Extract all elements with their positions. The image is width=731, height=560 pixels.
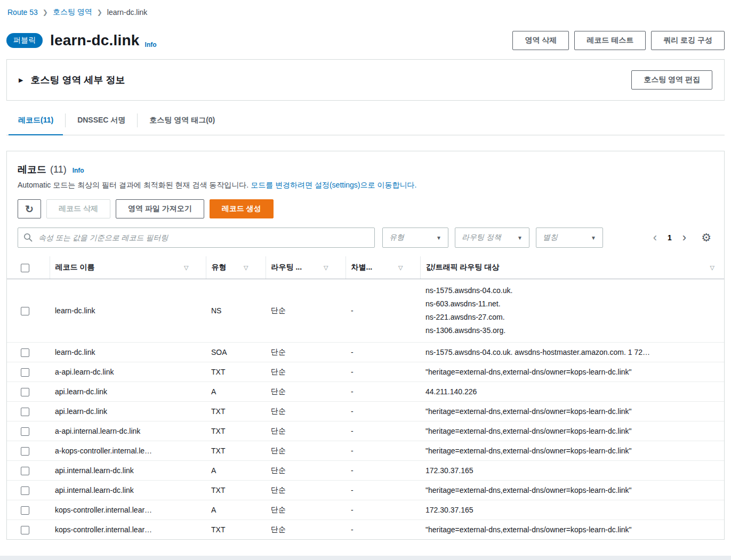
sort-icon: ▽ (324, 264, 328, 271)
hosted-zone-details-panel: ▶ 호스팅 영역 세부 정보 호스팅 영역 편집 (6, 59, 725, 101)
table-row: kops-controller.internal.lear… A 단순 - 17… (7, 500, 724, 520)
row-checkbox[interactable] (21, 427, 29, 436)
records-description-text: Automatic 모드는 최상의 필터 결과에 최적화된 현재 검색 동작입니… (18, 181, 248, 189)
record-value: 172.30.37.165 (420, 461, 724, 481)
record-value: ns-1575.awsdns-04.co.uk. ns-603.awsdns-1… (420, 279, 724, 343)
refresh-icon: ↻ (25, 203, 34, 215)
tab-zone-tags[interactable]: 호스팅 영역 태그(0) (138, 106, 227, 135)
record-routing: 단순 (266, 461, 346, 481)
row-checkbox[interactable] (21, 467, 29, 475)
settings-link[interactable]: 모드를 변경하려면 설정(settings)으로 이동합니다. (251, 181, 416, 189)
record-type: NS (206, 279, 266, 343)
record-name: a-api.learn-dc.link (50, 362, 206, 382)
record-type: A (206, 461, 266, 481)
header-routing[interactable]: 라우팅 ...▽ (271, 263, 340, 272)
next-page-button[interactable]: › (682, 232, 686, 244)
record-value: 172.30.37.165 (420, 500, 724, 520)
record-differentiator: - (346, 441, 420, 461)
record-routing: 단순 (266, 421, 346, 441)
chevron-down-icon: ▼ (517, 235, 523, 241)
create-record-button[interactable]: 레코드 생성 (210, 199, 274, 218)
table-row: kops-controller.internal.lear… TXT 단순 - … (7, 520, 724, 540)
settings-gear-icon[interactable]: ⚙ (701, 231, 711, 244)
row-checkbox[interactable] (21, 368, 29, 377)
record-differentiator: - (346, 520, 420, 540)
sort-icon: ▽ (184, 264, 188, 271)
table-row: api.internal.learn-dc.link A 단순 - 172.30… (7, 461, 724, 481)
refresh-button[interactable]: ↻ (18, 199, 41, 218)
record-value: "heritage=external-dns,external-dns/owne… (420, 441, 724, 461)
record-name: api.learn-dc.link (50, 382, 206, 402)
import-zone-file-button[interactable]: 영역 파일 가져오기 (116, 199, 204, 218)
value-line: ns-1575.awsdns-04.co.uk. (425, 284, 719, 297)
select-all-checkbox[interactable] (21, 264, 29, 272)
record-routing: 단순 (266, 362, 346, 382)
tab-bar: 레코드(11) DNSSEC 서명 호스팅 영역 태그(0) (6, 106, 725, 135)
record-routing: 단순 (266, 382, 346, 402)
alias-filter-dropdown[interactable]: 별칭 ▼ (536, 228, 603, 248)
caret-right-icon: ▶ (19, 77, 23, 84)
edit-hosted-zone-button[interactable]: 호스팅 영역 편집 (631, 70, 712, 90)
record-value: "heritage=external-dns,external-dns/owne… (420, 402, 724, 421)
record-differentiator: - (346, 279, 420, 343)
record-name: learn-dc.link (50, 343, 206, 362)
record-routing: 단순 (266, 481, 346, 500)
record-type: TXT (206, 421, 266, 441)
public-badge: 퍼블릭 (6, 33, 43, 48)
breadcrumb-hosted-zones[interactable]: 호스팅 영역 (53, 7, 92, 17)
table-row: api.learn-dc.link TXT 단순 - "heritage=ext… (7, 402, 724, 421)
row-checkbox[interactable] (21, 447, 29, 456)
record-value: 44.211.140.226 (420, 382, 724, 402)
record-filter-input[interactable] (18, 228, 375, 248)
records-title: 레코드 (18, 163, 46, 176)
chevron-down-icon: ▼ (436, 235, 441, 241)
page-number[interactable]: 1 (668, 233, 672, 242)
record-differentiator: - (346, 481, 420, 500)
breadcrumb-route53[interactable]: Route 53 (7, 8, 38, 17)
record-differentiator: - (346, 343, 420, 362)
type-filter-dropdown[interactable]: 유형 ▼ (382, 228, 448, 248)
row-checkbox[interactable] (21, 506, 29, 515)
records-table: 레코드 이름▽ 유형▽ 라우팅 ...▽ 차별...▽ 값/트래픽 라우팅 대상… (7, 256, 724, 539)
records-panel-header: 레코드 (11) Info Automatic 모드는 최상의 필터 결과에 최… (7, 151, 724, 190)
table-row: a-api.internal.learn-dc.link TXT 단순 - "h… (7, 421, 724, 441)
delete-zone-button[interactable]: 영역 삭제 (512, 31, 569, 50)
header-type[interactable]: 유형▽ (212, 263, 260, 272)
table-row: learn-dc.link NS 단순 - ns-1575.awsdns-04.… (7, 279, 724, 343)
row-checkbox[interactable] (21, 486, 29, 495)
header-value[interactable]: 값/트래픽 라우팅 대상▽ (426, 263, 719, 272)
query-logging-button[interactable]: 쿼리 로깅 구성 (651, 31, 725, 50)
details-expander[interactable]: ▶ 호스팅 영역 세부 정보 (19, 74, 125, 86)
routing-policy-filter-dropdown[interactable]: 라우팅 정책 ▼ (455, 228, 529, 248)
record-name: kops-controller.internal.lear… (50, 500, 206, 520)
sort-icon: ▽ (244, 264, 248, 271)
record-differentiator: - (346, 362, 420, 382)
table-row: learn-dc.link SOA 단순 - ns-1575.awsdns-04… (7, 343, 724, 362)
records-count: (11) (50, 164, 67, 175)
records-info-link[interactable]: Info (73, 167, 84, 174)
details-title-label: 호스팅 영역 세부 정보 (30, 74, 125, 86)
chevron-down-icon: ▼ (591, 235, 596, 241)
table-header-row: 레코드 이름▽ 유형▽ 라우팅 ...▽ 차별...▽ 값/트래픽 라우팅 대상… (7, 256, 724, 279)
record-type: TXT (206, 481, 266, 500)
page-title: learn-dc.link (50, 32, 140, 49)
sort-icon: ▽ (398, 264, 403, 271)
breadcrumb-separator: ❯ (97, 9, 102, 16)
row-checkbox[interactable] (21, 307, 29, 315)
previous-page-button[interactable]: ‹ (653, 232, 657, 244)
header-record-name[interactable]: 레코드 이름▽ (55, 263, 200, 272)
test-records-button[interactable]: 레코드 테스트 (574, 31, 646, 50)
tab-records[interactable]: 레코드(11) (6, 106, 65, 135)
delete-record-button[interactable]: 레코드 삭제 (46, 199, 110, 218)
header-differentiator[interactable]: 차별...▽ (351, 263, 415, 272)
tab-dnssec[interactable]: DNSSEC 서명 (66, 106, 137, 135)
title-info-link[interactable]: Info (145, 41, 157, 51)
row-checkbox[interactable] (21, 388, 29, 396)
record-name: a-api.internal.learn-dc.link (50, 421, 206, 441)
row-checkbox[interactable] (21, 348, 29, 357)
row-checkbox[interactable] (21, 408, 29, 416)
record-name: a-kops-controller.internal.le… (50, 441, 206, 461)
record-type: A (206, 500, 266, 520)
table-row: a-kops-controller.internal.le… TXT 단순 - … (7, 441, 724, 461)
row-checkbox[interactable] (21, 526, 29, 534)
